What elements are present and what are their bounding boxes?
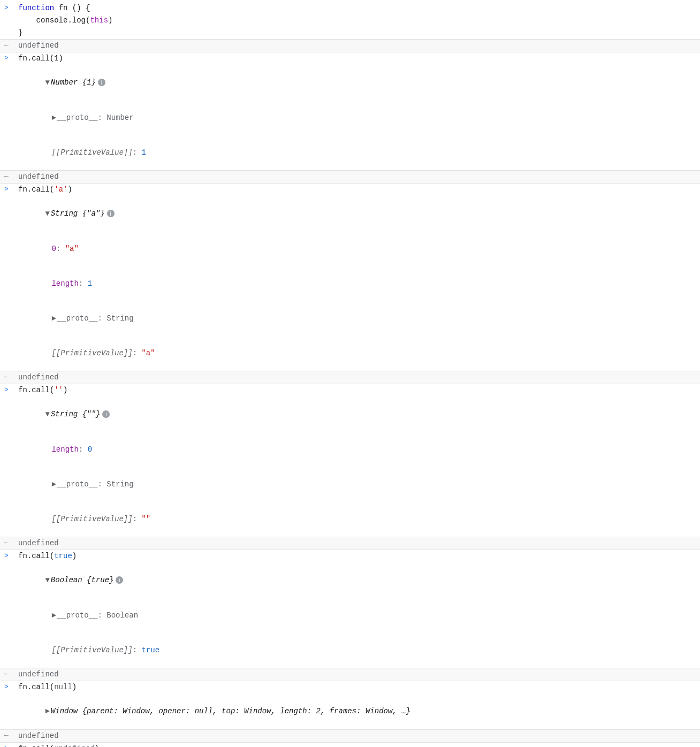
output-line: ← undefined bbox=[0, 371, 700, 384]
input-line: > function fn () { bbox=[0, 2, 700, 14]
input-prefix: > bbox=[4, 743, 15, 747]
output-prefix: ← bbox=[4, 171, 15, 182]
object-child: ►__proto__: String bbox=[0, 467, 700, 502]
object-label: ▼String {"a"}i bbox=[18, 197, 696, 231]
code-indent: console.log(this) bbox=[18, 15, 696, 26]
input-line: > fn.call(true) bbox=[0, 550, 700, 562]
object-child: ►__proto__: Number bbox=[0, 101, 700, 135]
code-close: } bbox=[18, 27, 696, 39]
input-prefix: > bbox=[4, 184, 15, 195]
output-prefix: ← bbox=[4, 730, 15, 741]
object-label: ▼Number {1}i bbox=[18, 66, 696, 100]
input-line: > fn.call('a') bbox=[0, 184, 700, 196]
output-prefix: ← bbox=[4, 372, 15, 383]
primitive-value: [[PrimitiveValue]]: 1 bbox=[25, 136, 696, 170]
collapse-arrow[interactable]: ▼ bbox=[45, 576, 49, 584]
info-icon[interactable]: i bbox=[102, 410, 110, 418]
code-text: fn.call('') bbox=[18, 385, 696, 396]
object-child: [[PrimitiveValue]]: 1 bbox=[0, 135, 700, 170]
object-child: 0: "a" bbox=[0, 232, 700, 266]
input-line: > fn.call(undefined) bbox=[0, 743, 700, 747]
input-prefix: > bbox=[4, 53, 15, 64]
code-text: fn.call(undefined) bbox=[18, 743, 696, 747]
object-child: [[PrimitiveValue]]: true bbox=[0, 633, 700, 668]
output-value: undefined bbox=[18, 538, 696, 549]
expand-arrow[interactable]: ► bbox=[51, 611, 56, 620]
input-line: > fn.call('') bbox=[0, 384, 700, 397]
object-expanded: ▼Number {1}i bbox=[0, 65, 700, 101]
input-prefix: > bbox=[4, 551, 15, 561]
input-line: > fn.call(1) bbox=[0, 52, 700, 65]
input-prefix: > bbox=[4, 3, 15, 13]
window-object: ►Window {parent: Window, opener: null, t… bbox=[18, 695, 696, 728]
object-child: ►__proto__: String bbox=[0, 301, 700, 336]
expand-arrow[interactable]: ► bbox=[45, 707, 49, 715]
prop-0: 0: "a" bbox=[25, 232, 696, 266]
code-text: fn.call(1) bbox=[18, 53, 696, 64]
prop-length: length: 1 bbox=[25, 267, 696, 301]
output-prefix: ← bbox=[4, 669, 15, 680]
info-icon[interactable]: i bbox=[98, 79, 105, 86]
primitive-value: [[PrimitiveValue]]: "a" bbox=[25, 337, 696, 370]
object-expanded: ▼String {""}i bbox=[0, 397, 700, 432]
expand-arrow[interactable]: ► bbox=[51, 113, 56, 122]
object-child: length: 1 bbox=[0, 266, 700, 301]
input-prefix: > bbox=[4, 385, 15, 395]
info-icon[interactable]: i bbox=[107, 210, 115, 217]
object-child: [[PrimitiveValue]]: "" bbox=[0, 502, 700, 537]
output-prefix: ← bbox=[4, 40, 15, 51]
primitive-value: [[PrimitiveValue]]: "" bbox=[25, 502, 696, 536]
expand-arrow[interactable]: ► bbox=[51, 480, 56, 489]
output-line: ← undefined bbox=[0, 730, 700, 742]
primitive-value: [[PrimitiveValue]]: true bbox=[25, 634, 696, 667]
expand-arrow[interactable]: ► bbox=[51, 314, 56, 323]
collapse-arrow[interactable]: ▼ bbox=[45, 410, 49, 418]
output-line: ← undefined bbox=[0, 171, 700, 183]
object-expanded: ▼Boolean {true}i bbox=[0, 562, 700, 598]
object-label: ▼Boolean {true}i bbox=[18, 563, 696, 597]
code-text: fn.call(true) bbox=[18, 551, 696, 562]
object-collapsed: ►Window {parent: Window, opener: null, t… bbox=[0, 693, 700, 729]
object-expanded: ▼String {"a"}i bbox=[0, 196, 700, 232]
object-label: ▼String {""}i bbox=[18, 398, 696, 431]
output-value: undefined bbox=[18, 730, 696, 742]
input-line-end: } bbox=[0, 27, 700, 39]
prop-length: length: 0 bbox=[25, 433, 696, 467]
object-child: [[PrimitiveValue]]: "a" bbox=[0, 336, 700, 371]
output-value: undefined bbox=[18, 171, 696, 182]
proto-collapsed: ►__proto__: String bbox=[25, 302, 696, 336]
output-prefix: ← bbox=[4, 538, 15, 548]
code-text: fn.call(null) bbox=[18, 682, 696, 693]
info-icon[interactable]: i bbox=[116, 576, 123, 584]
proto-collapsed: ►__proto__: String bbox=[25, 468, 696, 501]
proto-collapsed: ►__proto__: Number bbox=[25, 101, 696, 135]
output-value: undefined bbox=[18, 372, 696, 383]
proto-collapsed: ►__proto__: Boolean bbox=[25, 599, 696, 632]
code-block: function fn () { bbox=[18, 3, 696, 14]
object-child: ►__proto__: Boolean bbox=[0, 598, 700, 633]
collapse-arrow[interactable]: ▼ bbox=[45, 209, 49, 218]
output-line: ← undefined bbox=[0, 668, 700, 681]
output-value: undefined bbox=[18, 40, 696, 51]
output-value: undefined bbox=[18, 669, 696, 680]
input-line: > fn.call(null) bbox=[0, 681, 700, 693]
code-text: fn.call('a') bbox=[18, 184, 696, 195]
output-line: ← undefined bbox=[0, 40, 700, 52]
collapse-arrow[interactable]: ▼ bbox=[45, 78, 49, 87]
object-child: length: 0 bbox=[0, 432, 700, 467]
output-line: ← undefined bbox=[0, 537, 700, 550]
input-line-continued: console.log(this) bbox=[0, 14, 700, 27]
input-prefix: > bbox=[4, 682, 15, 692]
console-panel: > function fn () { console.log(this) } ←… bbox=[0, 0, 700, 747]
